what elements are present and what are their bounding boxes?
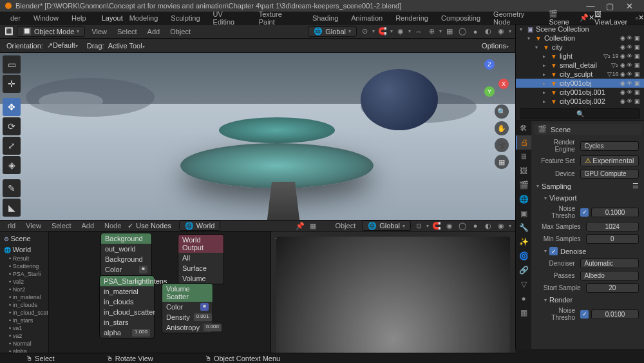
tool-measure[interactable]: ◣: [3, 199, 21, 217]
viewport-menu-add[interactable]: Add: [144, 28, 164, 35]
device-selector[interactable]: GPU Compute: [580, 169, 639, 179]
scene-selector[interactable]: 🎬 Scene: [549, 10, 579, 26]
outliner-row[interactable]: ▸▼light▽₂ 19 ◉ 👁 ▣: [516, 52, 644, 61]
sidebar-output[interactable]: • in_cloud_scatter: [3, 309, 46, 317]
minsamples-value[interactable]: 0: [586, 234, 639, 244]
maximize-button[interactable]: ▢: [600, 1, 620, 11]
xray-icon[interactable]: ▦: [444, 26, 455, 37]
tab-rendering[interactable]: Rendering: [389, 13, 435, 23]
proptab-modifier[interactable]: 🔧: [516, 221, 531, 235]
outliner-search-input[interactable]: [520, 108, 640, 119]
tab-shading[interactable]: Shading: [306, 13, 345, 23]
viewlayer-selector[interactable]: 🖼 ViewLayer: [594, 10, 636, 26]
node-menu-world[interactable]: rld: [4, 222, 19, 230]
maxsamples-value[interactable]: 1024: [586, 222, 639, 231]
proptab-texture[interactable]: ▦: [516, 306, 531, 320]
passes-selector[interactable]: Albedo: [580, 271, 639, 280]
node-worldoutput[interactable]: World Output All Surface Volume: [178, 234, 224, 284]
node-sidebar[interactable]: ⚙ Scene 🌐 World • Result• Scattering• PS…: [0, 231, 49, 363]
outliner-row[interactable]: ▸▼city001obj.001 ◉ 👁 ▣: [516, 88, 644, 97]
proportional-icon[interactable]: ◉: [395, 26, 406, 37]
tab-layout[interactable]: Layout: [102, 14, 123, 22]
engine-selector[interactable]: Cycles: [580, 141, 639, 151]
right-snap-icon[interactable]: 🧲: [431, 221, 442, 231]
tab-compositing[interactable]: Compositing: [435, 13, 487, 23]
proptab-tool[interactable]: 🛠: [516, 121, 531, 135]
tab-modeling[interactable]: Modeling: [123, 13, 165, 23]
sidebar-output[interactable]: • Scattering: [3, 262, 46, 270]
menu-window[interactable]: Window: [27, 13, 65, 23]
minimize-button[interactable]: —: [581, 1, 600, 11]
proptab-output[interactable]: 🖥: [516, 150, 531, 164]
outliner-row[interactable]: ▾▼city ◉ 👁 ▣: [516, 43, 644, 52]
outliner[interactable]: ▾▣ Scene Collection ▾▼Collection ◉ 👁 ▣▾▼…: [516, 25, 644, 121]
node-menu-add[interactable]: Add: [77, 222, 98, 230]
noise-checkbox[interactable]: ✓: [580, 208, 589, 217]
options-dropdown[interactable]: Options▾: [482, 42, 509, 50]
nav-gizmo[interactable]: Z X Y: [470, 59, 509, 98]
orientation-selector[interactable]: 🌐Global▾: [308, 26, 357, 37]
zoom-icon[interactable]: 🔍: [495, 104, 509, 119]
featureset-selector[interactable]: ⚠ Experimental: [580, 155, 639, 166]
camera-icon[interactable]: 🎥: [495, 138, 509, 152]
right-prop-icon[interactable]: ◉: [444, 221, 455, 231]
tool-transform[interactable]: ◈: [3, 156, 21, 174]
right-shading4-icon[interactable]: ◉: [496, 221, 506, 231]
proptab-world[interactable]: 🌐: [516, 192, 531, 206]
node-volumescatter[interactable]: Volume Scatter Color■ Density0.001 Aniso…: [162, 283, 213, 333]
viewport-menu-select[interactable]: Select: [113, 28, 141, 35]
right-pivot-icon[interactable]: ⊙: [413, 221, 424, 231]
drag-action[interactable]: Active Tool▾: [108, 42, 145, 50]
tree-scene[interactable]: ⚙ Scene: [3, 234, 46, 243]
gizmo-z[interactable]: Z: [484, 59, 495, 70]
outliner-row[interactable]: ▸▼city_sculpt▽16 ◉ 👁 ▣: [516, 70, 644, 79]
secondary-viewport[interactable]: ◂ ▸: [270, 231, 515, 363]
tab-sculpting[interactable]: Sculpting: [164, 13, 206, 23]
shading-matprev-icon[interactable]: ◐: [483, 26, 493, 37]
tree-world[interactable]: 🌐 World: [3, 245, 46, 254]
tool-move[interactable]: ✥: [3, 98, 21, 116]
startsample-value[interactable]: 20: [586, 283, 639, 293]
section-denoise[interactable]: ▾✓Denoise: [534, 245, 641, 257]
right-editor-orient[interactable]: 🌐Global▾: [362, 221, 411, 231]
proptab-data[interactable]: ▽: [516, 277, 531, 291]
sidebar-output[interactable]: • va1: [3, 324, 46, 332]
scene-pin-icon[interactable]: 📌: [580, 14, 589, 22]
proptab-render[interactable]: 🖨: [516, 135, 531, 150]
node-menu-view[interactable]: View: [22, 222, 45, 230]
pan-icon[interactable]: ✋: [495, 121, 509, 135]
snap-icon[interactable]: 🧲: [377, 26, 388, 37]
menu-help[interactable]: Help: [65, 13, 93, 23]
overlay-toggle-icon[interactable]: ⊕: [426, 26, 437, 37]
sidebar-output[interactable]: • PSA_Starli: [3, 270, 46, 278]
mode-selector[interactable]: 🔲Object Mode▾: [17, 26, 85, 37]
sidebar-output[interactable]: • in_stars: [3, 317, 46, 324]
outliner-row[interactable]: ▸▼small_detail▽₂ ◉ 👁 ▣: [516, 61, 644, 70]
right-shading3-icon[interactable]: ◐: [483, 221, 493, 231]
section-viewport[interactable]: ▾Viewport: [534, 192, 641, 204]
node-starlight[interactable]: PSA_StarlightIntens in_material in_cloud…: [99, 275, 155, 338]
outliner-search[interactable]: [520, 108, 640, 119]
tool-annotate[interactable]: ✎: [3, 179, 21, 197]
viewport-menu-object[interactable]: Object: [166, 28, 194, 35]
scene-pill[interactable]: 🎬Scene: [534, 124, 641, 135]
sidebar-output[interactable]: • va2: [3, 332, 46, 340]
sidebar-output[interactable]: • in_clouds: [3, 301, 46, 309]
proptab-particle[interactable]: ✨: [516, 235, 531, 249]
world-slot[interactable]: 🌐World: [179, 221, 221, 231]
outliner-row[interactable]: ▸▼city001obj.002 ◉ 👁 ▣: [516, 97, 644, 106]
proptab-object[interactable]: ▣: [516, 206, 531, 221]
node-menu-select[interactable]: Select: [48, 222, 75, 230]
gizmo-toggle-icon[interactable]: ↔: [413, 26, 424, 37]
tool-cursor[interactable]: ✛: [3, 75, 21, 93]
noise2-checkbox[interactable]: ✓: [580, 310, 589, 319]
section-render[interactable]: ▾Render: [534, 294, 641, 306]
sidebar-output[interactable]: • Normal: [3, 340, 46, 348]
right-shading1-icon[interactable]: ◯: [457, 221, 468, 231]
close-button[interactable]: ✕: [620, 1, 639, 11]
shading-solid-icon[interactable]: ●: [470, 26, 480, 37]
denoiser-selector[interactable]: Automatic: [580, 259, 639, 268]
proptab-constraint[interactable]: 🔗: [516, 263, 531, 277]
tool-select-box[interactable]: ▭: [3, 55, 21, 74]
tool-scale[interactable]: ⤢: [3, 137, 21, 155]
